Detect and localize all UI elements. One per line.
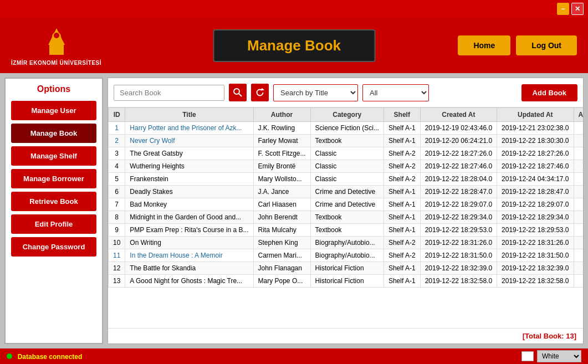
cell-created: 2019-12-20 06:24:21.0: [420, 135, 497, 147]
row-title-link[interactable]: Harry Potter and the Prisoner of Azk...: [130, 124, 242, 132]
table-row[interactable]: 12The Battle for SkandiaJohn FlanaganHis…: [109, 262, 584, 275]
cell-updated: 2019-12-22 18:29:07.0: [497, 198, 574, 211]
sidebar-item-manage-book[interactable]: Manage Book: [11, 124, 96, 143]
cell-created: 2019-12-22 18:32:58.0: [420, 275, 497, 288]
search-button[interactable]: [229, 84, 247, 101]
col-header-shelf: Shelf: [384, 108, 420, 122]
add-book-button[interactable]: Add Book: [521, 84, 577, 101]
table-row[interactable]: 5FrankensteinMary Wollsto...ClassicShelf…: [109, 173, 584, 186]
cell-available: Yes: [574, 262, 583, 275]
cell-available: Yes: [574, 160, 583, 173]
search-input[interactable]: [114, 85, 224, 101]
cell-updated: 2019-12-22 18:27:26.0: [497, 147, 574, 160]
logout-button[interactable]: Log Out: [516, 35, 577, 55]
table-row[interactable]: 13A Good Night for Ghosts : Magic Tre...…: [109, 275, 584, 288]
book-table-body: 1Harry Potter and the Prisoner of Azk...…: [109, 122, 584, 288]
theme-select[interactable]: White Dark: [537, 350, 581, 362]
cell-category: Biography/Autobio...: [310, 249, 384, 262]
cell-author: Farley Mowat: [253, 135, 310, 147]
table-row[interactable]: 9PMP Exam Prep : Rita's Course in a B...…: [109, 224, 584, 237]
main-layout: Options Manage User Manage Book Manage S…: [0, 73, 588, 348]
sidebar-item-retrieve-book[interactable]: Retrieve Book: [11, 192, 96, 211]
sidebar-item-manage-user[interactable]: Manage User: [11, 101, 96, 120]
cell-available: Yes: [574, 224, 583, 237]
cell-id: 2: [109, 135, 125, 147]
cell-shelf: Shelf A-1: [384, 224, 420, 237]
cell-shelf: Shelf A-1: [384, 122, 420, 135]
cell-created: 2019-12-22 18:29:07.0: [420, 198, 497, 211]
cell-created: 2019-12-22 18:29:34.0: [420, 211, 497, 224]
cell-category: Textbook: [310, 135, 384, 147]
table-row[interactable]: 10On WritingStephen KingBiography/Autobi…: [109, 237, 584, 249]
col-header-available: Available: [574, 108, 583, 122]
sidebar-item-change-password[interactable]: Change Password: [11, 237, 96, 257]
col-header-id: ID: [109, 108, 125, 122]
table-row[interactable]: 8Midnight in the Garden of Good and...Jo…: [109, 211, 584, 224]
table-row[interactable]: 4Wuthering HeightsEmily BrontëClassicShe…: [109, 160, 584, 173]
table-row[interactable]: 2Never Cry WolfFarley MowatTextbookShelf…: [109, 135, 584, 147]
cell-available: Yes: [574, 135, 583, 147]
cell-id: 1: [109, 122, 125, 135]
cell-title: In the Dream House : A Memoir: [125, 249, 253, 262]
cell-available: Yes: [574, 173, 583, 186]
cell-updated: 2019-12-22 18:31:26.0: [497, 237, 574, 249]
cell-category: Crime and Detective: [310, 186, 384, 198]
row-id-link[interactable]: 11: [113, 252, 120, 259]
cell-title: Wuthering Heights: [125, 160, 253, 173]
cell-available: Yes: [574, 186, 583, 198]
table-row[interactable]: 3The Great GatsbyF. Scott Fitzge...Class…: [109, 147, 584, 160]
cell-shelf: Shelf A-2: [384, 249, 420, 262]
cell-author: Stephen King: [253, 237, 310, 249]
table-row[interactable]: 7Bad MonkeyCarl HiaasenCrime and Detecti…: [109, 198, 584, 211]
row-id-link[interactable]: 2: [115, 137, 119, 145]
col-header-updated: Updated At: [497, 108, 574, 122]
cell-author: John Flanagan: [253, 262, 310, 275]
svg-line-6: [239, 94, 242, 96]
cell-author: Emily Brontë: [253, 160, 310, 173]
cell-created: 2019-12-22 18:29:53.0: [420, 224, 497, 237]
sidebar-item-manage-shelf[interactable]: Manage Shelf: [11, 146, 96, 166]
row-title-link[interactable]: Never Cry Wolf: [130, 137, 175, 145]
home-button[interactable]: Home: [458, 35, 510, 55]
cell-created: 2019-12-22 18:31:50.0: [420, 249, 497, 262]
row-id-link[interactable]: 1: [115, 124, 119, 132]
table-row[interactable]: 1Harry Potter and the Prisoner of Azk...…: [109, 122, 584, 135]
sidebar-item-manage-borrower[interactable]: Manage Borrower: [11, 169, 96, 188]
cell-updated: 2019-12-22 18:28:47.0: [497, 186, 574, 198]
header-buttons: Home Log Out: [458, 35, 577, 55]
table-row[interactable]: 11In the Dream House : A MemoirCarmen Ma…: [109, 249, 584, 262]
cell-available: Yes: [574, 122, 583, 135]
db-status-dot: [7, 353, 12, 359]
cell-category: Biography/Autobio...: [310, 237, 384, 249]
cell-created: 2019-12-22 18:27:46.0: [420, 160, 497, 173]
db-status-text: Database connected: [18, 353, 83, 361]
refresh-button[interactable]: [251, 84, 269, 101]
header: İZMİR EKONOMİ ÜNİVERSİTESİ Manage Book H…: [0, 18, 588, 73]
cell-shelf: Shelf A-1: [384, 275, 420, 288]
cell-title: A Good Night for Ghosts : Magic Tre...: [125, 275, 253, 288]
cell-updated: 2019-12-22 18:32:58.0: [497, 275, 574, 288]
cell-category: Classic: [310, 147, 384, 160]
cell-updated: 2019-12-22 18:27:46.0: [497, 160, 574, 173]
cell-author: Mary Pope O...: [253, 275, 310, 288]
svg-point-5: [234, 89, 239, 94]
theme-color-box: [521, 351, 534, 361]
table-row[interactable]: 6Deadly StakesJ.A. JanceCrime and Detect…: [109, 186, 584, 198]
cell-updated: 2019-12-22 18:29:34.0: [497, 211, 574, 224]
cell-available: Yes: [574, 211, 583, 224]
search-by-select[interactable]: Search by Title Search by Author Search …: [273, 84, 358, 101]
cell-id: 11: [109, 249, 125, 262]
filter-select[interactable]: All Available Unavailable: [362, 84, 429, 101]
cell-id: 5: [109, 173, 125, 186]
close-button[interactable]: ✕: [571, 3, 584, 15]
row-title-link[interactable]: In the Dream House : A Memoir: [130, 252, 222, 259]
cell-available: Yes: [574, 275, 583, 288]
sidebar-item-edit-profile[interactable]: Edit Profile: [11, 214, 96, 234]
cell-category: Classic: [310, 173, 384, 186]
cell-author: J.K. Rowling: [253, 122, 310, 135]
col-header-category: Category: [310, 108, 384, 122]
book-table: ID Title Author Category Shelf Created A…: [108, 107, 583, 288]
cell-updated: 2019-12-22 18:31:50.0: [497, 249, 574, 262]
minimize-button[interactable]: −: [557, 3, 569, 15]
page-title: Manage Book: [247, 37, 341, 54]
